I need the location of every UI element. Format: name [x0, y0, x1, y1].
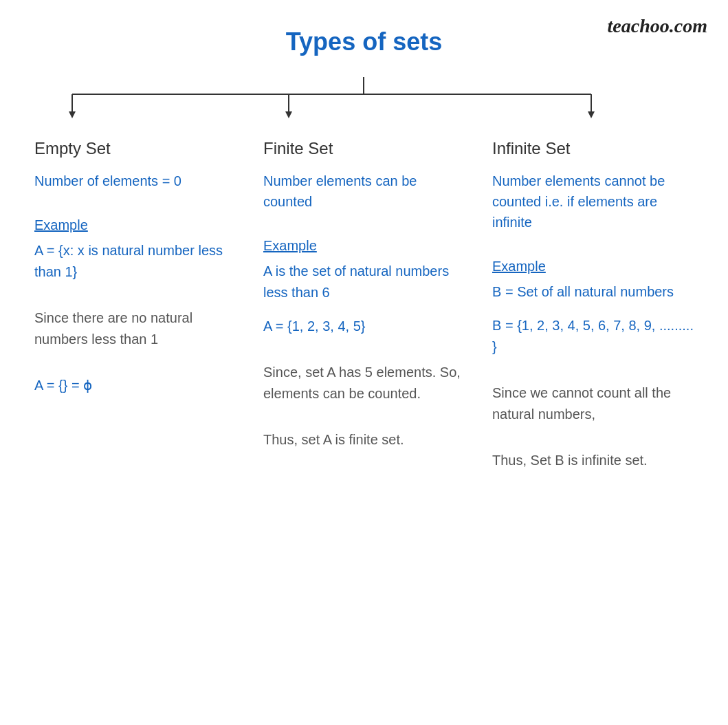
infinite-set-example-def: B = Set of all natural numbers — [492, 281, 694, 303]
empty-set-conclusion: A = {} = ϕ — [34, 375, 236, 396]
infinite-set-title: Infinite Set — [492, 139, 694, 158]
infinite-set-notation: B = {1, 2, 3, 4, 5, 6, 7, 8, 9, ........… — [492, 315, 694, 358]
empty-set-example-def: A = {x: x is natural number less than 1} — [34, 240, 236, 283]
finite-set-notation: A = {1, 2, 3, 4, 5} — [263, 316, 465, 337]
empty-set-title: Empty Set — [34, 139, 236, 158]
infinite-set-note: Since we cannot count all the natural nu… — [492, 382, 694, 425]
finite-set-example-def: A is the set of natural numbers less tha… — [263, 261, 465, 303]
infinite-set-column: Infinite Set Number elements cannot be c… — [478, 139, 707, 484]
empty-set-column: Empty Set Number of elements = 0 Example… — [21, 139, 250, 484]
svg-marker-5 — [285, 111, 292, 118]
finite-set-example-label: Example — [263, 238, 465, 254]
svg-marker-3 — [69, 111, 76, 118]
empty-set-description: Number of elements = 0 — [34, 171, 236, 191]
svg-marker-7 — [588, 111, 595, 118]
finite-set-title: Finite Set — [263, 139, 465, 158]
empty-set-example-label: Example — [34, 217, 236, 233]
infinite-set-conclusion: Thus, Set B is infinite set. — [492, 450, 694, 471]
watermark: teachoo.com — [608, 15, 707, 37]
columns-container: Empty Set Number of elements = 0 Example… — [0, 139, 728, 484]
empty-set-note: Since there are no natural numbers less … — [34, 307, 236, 350]
finite-set-conclusion: Thus, set A is finite set. — [263, 429, 465, 451]
tree-diagram — [0, 63, 728, 139]
infinite-set-description: Number elements cannot be counted i.e. i… — [492, 171, 694, 232]
finite-set-description: Number elements can be counted — [263, 171, 465, 212]
infinite-set-example-label: Example — [492, 259, 694, 274]
finite-set-note: Since, set A has 5 elements. So, element… — [263, 362, 465, 404]
finite-set-column: Finite Set Number elements can be counte… — [250, 139, 478, 484]
